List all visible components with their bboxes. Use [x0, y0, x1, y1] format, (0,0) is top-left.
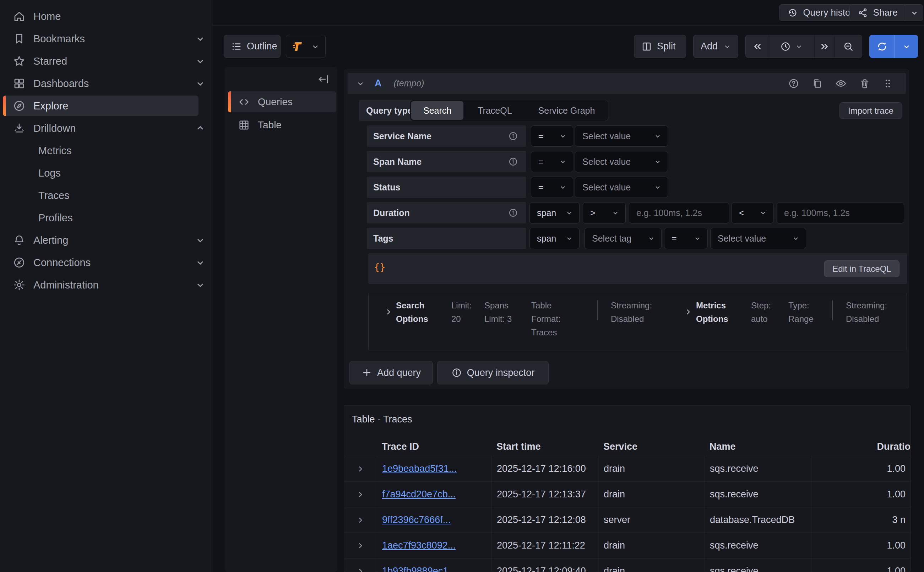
cell-name: database.TracedDB [705, 507, 811, 533]
hide-response-eye-icon[interactable] [835, 78, 847, 90]
trace-id-link[interactable]: 1b93fb9889ec1... [382, 566, 456, 572]
sidebar-item-bookmarks[interactable]: Bookmarks [3, 28, 198, 49]
tags-value-select[interactable]: Select value [710, 228, 806, 249]
sidebar-item-profiles[interactable]: Profiles [3, 207, 198, 228]
service-name-value-select[interactable]: Select value [575, 126, 668, 147]
outline-item-table[interactable]: Table [228, 114, 336, 135]
column-header-start-time[interactable]: Start time [491, 441, 598, 452]
sidebar-item-administration[interactable]: Administration [3, 275, 198, 295]
tags-tag-select[interactable]: Select tag [584, 228, 662, 249]
add-query-button[interactable]: Add query [349, 361, 433, 384]
column-header-service[interactable]: Service [598, 441, 705, 452]
refresh-icon[interactable] [869, 35, 895, 58]
chevron-down-icon[interactable] [194, 279, 206, 291]
query-type-service-graph[interactable]: Service Graph [526, 101, 607, 120]
status-value-select[interactable]: Select value [575, 177, 668, 198]
sidebar-item-starred[interactable]: Starred [3, 51, 198, 72]
trace-id-link[interactable]: 9ff2396c7666f... [382, 514, 451, 525]
row-expander-icon[interactable] [344, 482, 377, 507]
metrics-options-chevron-icon[interactable] [684, 307, 693, 317]
sidebar-item-metrics[interactable]: Metrics [3, 140, 198, 161]
column-header-duration[interactable]: Duratio [811, 441, 910, 452]
help-circle-icon[interactable] [788, 78, 799, 89]
explore-compass-icon [13, 99, 27, 112]
info-circle-icon [508, 208, 518, 218]
span-name-operator-select[interactable]: = [531, 151, 573, 172]
drag-handle-icon[interactable] [882, 78, 893, 89]
time-shift-forward-button[interactable] [815, 35, 835, 58]
chevron-down-icon [759, 208, 767, 217]
duration-min-input[interactable]: e.g. 100ms, 1.2s [629, 202, 729, 224]
chevron-down-icon[interactable] [194, 78, 206, 90]
sidebar-item-traces[interactable]: Traces [3, 185, 198, 206]
duration-max-operator-select[interactable]: < [732, 202, 774, 224]
table-row: 9ff2396c7666f... 2025-12-17 12:12:08 ser… [344, 507, 910, 533]
edit-in-traceql-button[interactable]: Edit in TraceQL [824, 260, 899, 277]
share-menu-chevron-icon[interactable] [905, 5, 919, 20]
service-name-operator-select[interactable]: = [531, 126, 573, 147]
page-header: Query history Share [212, 0, 924, 26]
sidebar-item-drilldown[interactable]: Drilldown [3, 118, 198, 138]
query-inspector-button[interactable]: Query inspector [437, 361, 549, 384]
trace-id-link[interactable]: 1aec7f93c8092... [382, 540, 456, 551]
refresh-interval-chevron-icon[interactable] [895, 35, 918, 58]
query-row-header[interactable]: A (tempo) [348, 73, 906, 94]
outline-toggle-button[interactable]: Outline [224, 35, 281, 58]
row-expander-icon[interactable] [344, 533, 377, 558]
chevron-down-icon[interactable] [194, 55, 206, 67]
sidebar-item-logs[interactable]: Logs [3, 163, 198, 183]
duration-max-input[interactable]: e.g. 100ms, 1.2s [777, 202, 904, 224]
chevron-down-icon[interactable] [194, 33, 206, 45]
duration-label: Duration [367, 202, 526, 224]
chevron-down-icon[interactable] [194, 256, 206, 269]
add-dropdown-button[interactable]: Add [693, 35, 738, 58]
sidebar-item-connections[interactable]: Connections [3, 252, 198, 273]
share-button[interactable]: Share [850, 4, 923, 21]
sidebar-item-home[interactable]: Home [3, 6, 198, 26]
row-expander-icon[interactable] [344, 507, 377, 533]
time-shift-back-button[interactable] [746, 35, 769, 58]
collapse-query-chevron-icon[interactable] [355, 79, 366, 89]
span-name-value-select[interactable]: Select value [575, 151, 668, 172]
chevron-down-icon [565, 234, 574, 242]
column-header-name[interactable]: Name [705, 441, 811, 452]
search-options-chevron-icon[interactable] [384, 307, 393, 317]
column-header-trace-id[interactable]: Trace ID [377, 441, 491, 452]
mega-menu-sidebar: Home Bookmarks Starred Dashboards Exp [0, 0, 212, 572]
chevron-down-icon[interactable] [194, 234, 206, 246]
row-expander-icon[interactable] [344, 456, 377, 482]
status-operator-select[interactable]: = [531, 177, 573, 198]
query-type-traceql[interactable]: TraceQL [465, 101, 524, 120]
duration-min-operator-select[interactable]: > [583, 202, 626, 224]
row-expander-icon[interactable] [344, 558, 377, 572]
time-range-controls [746, 35, 862, 58]
time-picker-button[interactable] [769, 35, 815, 58]
chevron-up-icon[interactable] [194, 122, 206, 134]
trace-id-link[interactable]: f7a94cd20e7cb... [382, 489, 456, 500]
sidebar-item-alerting[interactable]: Alerting [3, 230, 198, 250]
metrics-options-title[interactable]: Metrics Options [696, 299, 733, 326]
tags-scope-select[interactable]: span [529, 228, 580, 249]
duplicate-query-icon[interactable] [811, 78, 823, 89]
query-type-search[interactable]: Search [411, 101, 464, 120]
sidebar-item-explore[interactable]: Explore [3, 96, 198, 116]
duration-scope-select[interactable]: span [529, 202, 580, 224]
plus-icon [361, 367, 372, 378]
outline-item-queries[interactable]: Queries [228, 91, 336, 112]
sidebar-item-dashboards[interactable]: Dashboards [3, 73, 198, 94]
trace-id-link[interactable]: 1e9beabad5f31... [382, 463, 457, 474]
search-options-title[interactable]: Search Options [396, 299, 432, 326]
options-divider [832, 300, 833, 320]
drilldown-icon [13, 122, 27, 135]
datasource-picker[interactable] [286, 35, 326, 58]
share-icon [857, 8, 868, 18]
remove-query-trash-icon[interactable] [859, 78, 870, 89]
tags-operator-select[interactable]: = [664, 228, 708, 249]
chevron-down-icon [722, 42, 732, 51]
zoom-out-button[interactable] [835, 35, 862, 58]
cell-duration: 3 n [811, 507, 910, 533]
collapse-outline-icon[interactable] [318, 73, 330, 85]
split-button[interactable]: Split [634, 35, 686, 58]
query-datasource-hint: (tempo) [394, 78, 424, 89]
import-trace-button[interactable]: Import trace [839, 102, 902, 119]
